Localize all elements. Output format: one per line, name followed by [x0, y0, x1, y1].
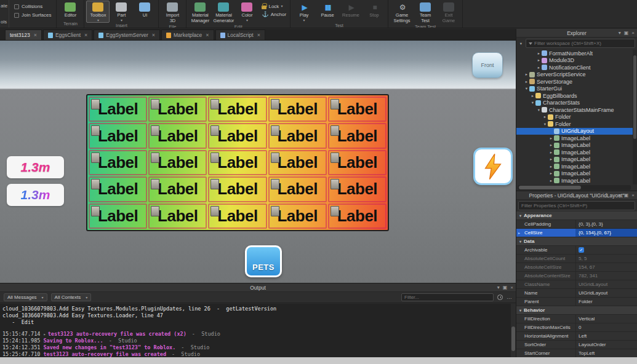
property-row[interactable]: HorizontalAlignment Left	[516, 332, 637, 341]
property-row[interactable]: ▾ Behavior	[516, 306, 637, 315]
property-row[interactable]: SortOrder LayoutOrder	[516, 341, 637, 349]
ribbon-button[interactable]: ▶ Resume	[339, 1, 363, 19]
expander-icon[interactable]: ▸	[548, 136, 554, 141]
ribbon-button[interactable]: Exit Game	[437, 1, 460, 24]
scrollbar-thumb[interactable]	[511, 326, 515, 351]
expander-icon[interactable]: ▸	[542, 114, 548, 119]
join-surfaces-checkbox[interactable]: Join Surfaces	[14, 12, 51, 18]
document-tab[interactable]: test3123 ×	[5, 30, 42, 40]
property-row[interactable]: ▾ Appearance	[516, 212, 637, 220]
tree-item[interactable]: ▾ CharacterStats	[516, 100, 633, 107]
expander-icon[interactable]: ▸	[524, 79, 529, 84]
properties-header[interactable]: Properties - UIGridLayout "UIGridLayout"…	[516, 191, 637, 200]
tree-item[interactable]: ▸ EggBillboards	[516, 92, 633, 100]
ribbon-button[interactable]: Team Test	[414, 1, 437, 24]
close-icon[interactable]: ×	[510, 285, 513, 290]
3d-viewport[interactable]: Label Label Label Label Label Label La	[0, 41, 516, 283]
property-row[interactable]: Name UIGridLayout	[516, 289, 637, 298]
expander-icon[interactable]: ▸	[536, 51, 542, 56]
view-selector-front[interactable]: Front	[472, 52, 503, 78]
section-collapse-icon[interactable]: ▾	[519, 239, 521, 243]
log-line[interactable]: 15:25:47.710test3123 auto-recovery file …	[2, 351, 508, 357]
tree-item[interactable]: ▸ ImageLabel	[516, 170, 633, 178]
property-value-cell[interactable]: 782, 341	[576, 272, 637, 280]
explorer-header[interactable]: Explorer ▾ ▣ ×	[516, 29, 637, 38]
property-value-cell[interactable]: 154, 67	[576, 263, 637, 271]
property-row[interactable]: ▾ Data	[516, 237, 637, 246]
pets-button[interactable]: PETS	[245, 245, 282, 277]
more-options-icon[interactable]: …	[507, 295, 512, 300]
contexts-filter-dropdown[interactable]: All Contexts ▾	[51, 293, 92, 301]
property-row[interactable]: FillDirectionMaxCells 0	[516, 323, 637, 332]
property-row[interactable]: StartCorner TopLeft	[516, 349, 637, 357]
explorer-vertical-scrollbar[interactable]	[633, 50, 637, 184]
property-value-cell[interactable]: {0, 154},{0, 67}	[576, 229, 637, 237]
property-value-cell[interactable]: TopLeft	[576, 349, 637, 357]
log-line[interactable]: cloud_10366079803.Add Easy Textures.Load…	[2, 312, 508, 318]
property-value-cell[interactable]: UIGridLayout	[576, 280, 637, 288]
property-value-cell[interactable]: Vertical	[576, 315, 637, 323]
property-row[interactable]: AbsoluteCellSize 154, 67	[516, 263, 637, 272]
property-row[interactable]: ClassName UIGridLayout	[516, 280, 637, 289]
chevron-down-icon[interactable]: ▾	[619, 192, 621, 198]
expander-icon[interactable]: ▸	[548, 157, 554, 162]
close-icon[interactable]: ×	[84, 32, 87, 38]
ribbon-button[interactable]: Editor	[58, 1, 82, 19]
expander-icon[interactable]: ▸	[548, 164, 554, 169]
tree-item[interactable]: ▸ NotificationClient	[516, 64, 633, 71]
property-row[interactable]: AbsoluteCellCount 5, 5	[516, 255, 637, 263]
section-collapse-icon[interactable]: ▾	[519, 213, 521, 218]
log-line[interactable]: cloud_10366079803.Add Easy Textures.Modu…	[2, 306, 508, 312]
chevron-down-icon[interactable]: ▾	[619, 30, 621, 36]
document-tab[interactable]: Marketplace ×	[161, 30, 214, 40]
expander-icon[interactable]: ▸	[548, 143, 554, 148]
properties-filter-input[interactable]	[521, 203, 632, 208]
ribbon-button[interactable]: ⚙ Game Settings	[390, 1, 414, 24]
tree-item[interactable]: ▸ ImageLabel	[516, 135, 633, 142]
tree-item[interactable]: ▸ ServerScriptService	[516, 71, 633, 79]
explorer-horizontal-scrollbar[interactable]	[518, 185, 631, 190]
property-row[interactable]: ▸ CellSize {0, 154},{0, 67}	[516, 229, 637, 237]
expander-icon[interactable]: ▾	[542, 122, 548, 127]
tree-item[interactable]: ▸ FormatNumberAlt	[516, 50, 633, 57]
ribbon-button[interactable]: ▶ Play ▾	[292, 1, 316, 23]
log-line[interactable]: - Edit	[2, 319, 508, 325]
anchor-button[interactable]: ⚓ Anchor	[262, 12, 286, 17]
log-line[interactable]: 15:24:12.351Saved new changes in "test31…	[2, 344, 508, 350]
output-scrollbar[interactable]	[511, 304, 516, 357]
tree-item[interactable]: ▾ StarterGui	[516, 85, 633, 93]
expander-icon[interactable]: ▸	[524, 72, 529, 77]
expander-icon[interactable]: ▾	[536, 108, 542, 113]
tree-item[interactable]: ▸ Folder	[516, 114, 633, 121]
close-icon[interactable]: ×	[631, 30, 635, 36]
close-icon[interactable]: ×	[34, 32, 37, 38]
close-icon[interactable]: ×	[257, 32, 260, 38]
float-panel-icon[interactable]: ▣	[503, 285, 508, 290]
section-collapse-icon[interactable]: ▾	[519, 308, 521, 312]
tree-collapse-icon[interactable]: ▾	[518, 41, 524, 46]
output-log[interactable]: cloud_10366079803.Add Easy Textures.Modu…	[0, 304, 511, 357]
property-value-cell[interactable]: LayoutOrder	[576, 341, 637, 349]
log-line[interactable]: 15:24:11.985Saving to Roblox...- Studio	[2, 338, 508, 344]
ribbon-button[interactable]: Material Generator	[212, 1, 235, 24]
float-panel-icon[interactable]: ▣	[624, 30, 629, 36]
ribbon-button[interactable]: UI	[133, 1, 156, 19]
expander-icon[interactable]: ▸	[548, 171, 554, 176]
timestamp-toggle-icon[interactable]	[497, 295, 503, 300]
checkbox-checked[interactable]: ✓	[579, 247, 584, 253]
expander-icon[interactable]: ▸	[536, 58, 542, 63]
tree-item[interactable]: ▸ ImageLabel	[516, 149, 633, 156]
float-panel-icon[interactable]: ▣	[624, 192, 629, 198]
ribbon-button[interactable]: Import 3D	[161, 1, 184, 24]
expander-icon[interactable]: ▸	[530, 93, 535, 98]
ribbon-button[interactable]: Part ▾	[110, 1, 133, 23]
explorer-filter-box[interactable]	[526, 39, 635, 48]
tree-item[interactable]: ▾ Folder	[516, 121, 633, 128]
tree-item[interactable]: ▸ ImageLabel	[516, 163, 633, 170]
expander-icon[interactable]: ▾	[524, 86, 529, 91]
property-value-cell[interactable]: Left	[576, 332, 637, 340]
property-row[interactable]: CellPadding {0, 3},{0, 3}	[516, 220, 637, 229]
property-row[interactable]: FillDirection Vertical	[516, 315, 637, 323]
ribbon-button[interactable]: Color ▾	[235, 1, 258, 24]
property-row[interactable]: Archivable ✓	[516, 246, 637, 255]
